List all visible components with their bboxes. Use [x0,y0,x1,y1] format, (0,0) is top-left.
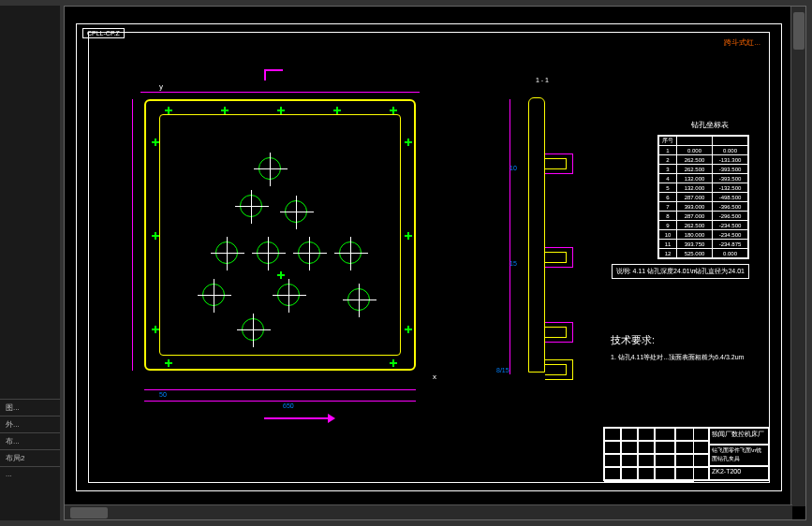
tech-requirements: 技术要求: 1. 钻孔4.11等处对...顶面表面粗糙为6.4/3.2um [611,333,744,362]
mark-cross [405,326,412,333]
mark-cross [390,359,397,367]
section-arrow-bottom [264,417,330,419]
side-slot [545,153,573,174]
drawing-canvas[interactable]: CPLL-CP.Z 跨斗式红... y x 1 - 1 [64,6,806,520]
sidebar-item-4[interactable]: 布局2 [0,449,60,466]
title-block: 独闻厂数控机床厂 钻飞面零件飞面\n铣面钻孔夹具 ZK2-T200 [603,427,770,481]
dim-line-top [140,92,420,93]
table-row: 10180.000-234.500 [659,230,748,240]
main-plate [144,99,416,371]
table-header: 序号 [659,137,748,146]
hole-circle [240,195,262,217]
outer-frame: CPLL-CP.Z 跨斗式红... y x 1 - 1 [76,23,782,491]
coord-table-title: 钻孔坐标表 [691,120,729,130]
plate-inner-line [159,114,401,356]
hole-circle [202,284,225,306]
table-row: 5132.000-132.500 [659,183,748,193]
dim-text-2: 650 [283,402,294,409]
table-row: 12525.0000.000 [659,249,748,258]
table-row: 4132.000-393.500 [659,174,748,183]
hole-circle [298,241,320,264]
section-label: 1 - 1 [536,77,549,83]
company-name: 独闻厂数控机床厂 [709,428,769,445]
side-body [528,97,545,373]
side-label-1: 10 [509,165,517,171]
table-row: 9262.500-234.500 [659,221,748,230]
hole-circle [277,284,300,306]
coord-note: 说明: 4.11 钻孔深度24.01\n钻孔直径为24.01 [612,264,749,279]
table-row: 7393.000-396.500 [659,202,748,212]
hole-circle [257,241,279,264]
part-name: 钻飞面零件飞面\n铣面钻孔夹具 [709,445,769,467]
mark-cross [333,107,341,114]
hole-circle [347,288,370,311]
tech-req-line: 1. 钻孔4.11等处对...顶面表面粗糙为6.4/3.2um [611,353,744,362]
hole-circle [339,241,362,264]
mark-cross [152,326,159,333]
sidebar-item-1[interactable]: 图... [0,399,60,416]
table-row: 10.0000.000 [659,146,748,155]
horizontal-scrollbar[interactable] [65,504,792,519]
dim-line-b1 [144,389,416,390]
hole-circle [258,157,281,180]
layer-sidebar: 图... 外... 布... 布局2 ... [0,6,60,520]
dim-line-left [132,99,133,371]
mark-cross [165,107,172,114]
section-marker-top-left [264,69,283,80]
side-view [528,97,545,373]
mark-cross [390,107,397,114]
hole-circle [242,318,264,341]
logo: 跨斗式红... [724,37,760,48]
side-slot [545,247,573,268]
x-axis-label: x [433,373,436,381]
sidebar-item-2[interactable]: 外... [0,416,60,432]
side-dim-v [509,99,510,374]
side-label-2: 15 [509,260,517,267]
mark-cross [405,232,412,240]
center-mark [277,271,285,279]
mark-cross [277,107,285,114]
vertical-scrollbar[interactable] [790,7,805,506]
hole-circle [215,241,238,264]
side-slot [545,322,573,343]
side-dim-text: 8/15 [496,367,509,373]
table-row: 3262.500-393.500 [659,165,748,174]
mark-cross [152,139,159,146]
side-slot [545,359,573,380]
sidebar-item-3[interactable]: 布... [0,432,60,449]
mark-cross [165,359,172,367]
drawing-number: ZK2-T200 [709,465,769,480]
sidebar-item-5[interactable]: ... [0,466,60,481]
table-row: 6287.000-498.500 [659,193,748,202]
table-row: 2262.500-131.300 [659,155,748,165]
y-axis-label: y [159,82,163,91]
arrow-head-icon [328,414,335,423]
dim-line-b2 [144,401,416,402]
hole-circle [285,200,307,223]
filename-label: CPLL-CP.Z [82,28,125,38]
dim-text-1: 50 [159,391,167,398]
mark-cross [221,107,229,114]
table-row: 11393.750-234.875 [659,240,748,249]
coord-table: 序号 10.0000.000 2262.500-131.300 3262.500… [657,135,749,259]
mark-cross [405,139,412,146]
table-row: 8287.000-296.500 [659,212,748,221]
mark-cross [152,232,159,240]
tech-req-title: 技术要求: [611,333,744,347]
